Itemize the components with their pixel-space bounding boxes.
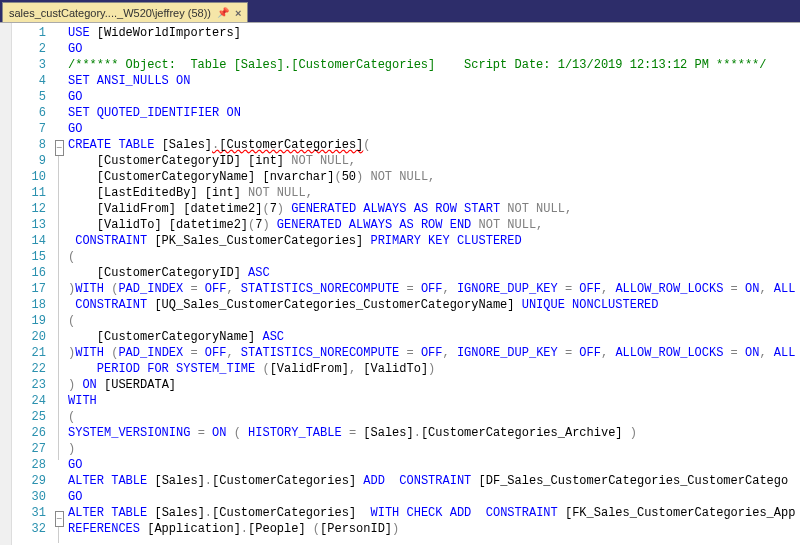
fold-marker bbox=[52, 73, 66, 89]
line-number: 15 bbox=[12, 249, 52, 265]
close-icon[interactable]: × bbox=[235, 7, 241, 19]
fold-marker bbox=[52, 121, 66, 137]
code-line[interactable]: REFERENCES [Application].[People] ([Pers… bbox=[66, 521, 800, 537]
line-number: 23 bbox=[12, 377, 52, 393]
code-line[interactable]: [CustomerCategoryName] [nvarchar](50) NO… bbox=[66, 169, 800, 185]
fold-marker bbox=[52, 380, 66, 396]
line-number: 9 bbox=[12, 153, 52, 169]
line-number: 13 bbox=[12, 217, 52, 233]
fold-marker bbox=[52, 105, 66, 121]
fold-marker bbox=[52, 476, 66, 492]
fold-marker bbox=[52, 412, 66, 428]
line-number: 29 bbox=[12, 473, 52, 489]
fold-toggle-icon[interactable]: − bbox=[55, 140, 64, 156]
line-number: 21 bbox=[12, 345, 52, 361]
code-line[interactable]: ) bbox=[66, 441, 800, 457]
line-number: 6 bbox=[12, 105, 52, 121]
indicator-margin bbox=[0, 23, 12, 545]
line-number: 1 bbox=[12, 25, 52, 41]
fold-marker[interactable]: − bbox=[52, 140, 66, 156]
line-number: 4 bbox=[12, 73, 52, 89]
code-line[interactable]: GO bbox=[66, 89, 800, 105]
code-line[interactable]: ) ON [USERDATA] bbox=[66, 377, 800, 393]
fold-marker bbox=[52, 300, 66, 316]
fold-marker bbox=[52, 236, 66, 252]
fold-marker bbox=[52, 348, 66, 364]
line-number: 2 bbox=[12, 41, 52, 57]
code-line[interactable]: USE [WideWorldImporters] bbox=[66, 25, 800, 41]
fold-marker bbox=[52, 527, 66, 543]
code-line[interactable]: )WITH (PAD_INDEX = OFF, STATISTICS_NOREC… bbox=[66, 345, 800, 361]
code-line[interactable]: GO bbox=[66, 457, 800, 473]
fold-marker bbox=[52, 268, 66, 284]
fold-marker bbox=[52, 220, 66, 236]
code-line[interactable]: SET QUOTED_IDENTIFIER ON bbox=[66, 105, 800, 121]
fold-marker bbox=[52, 284, 66, 300]
line-number: 5 bbox=[12, 89, 52, 105]
code-line[interactable]: CREATE TABLE [Sales].[CustomerCategories… bbox=[66, 137, 800, 153]
line-number: 20 bbox=[12, 329, 52, 345]
code-line[interactable]: ALTER TABLE [Sales].[CustomerCategories]… bbox=[66, 473, 800, 489]
line-number-gutter: 1234567891011121314151617181920212223242… bbox=[12, 23, 52, 545]
code-line[interactable]: [ValidTo] [datetime2](7) GENERATED ALWAY… bbox=[66, 217, 800, 233]
code-line[interactable]: ( bbox=[66, 409, 800, 425]
line-number: 8 bbox=[12, 137, 52, 153]
code-line[interactable]: ( bbox=[66, 313, 800, 329]
line-number: 24 bbox=[12, 393, 52, 409]
line-number: 22 bbox=[12, 361, 52, 377]
fold-marker bbox=[52, 89, 66, 105]
fold-marker bbox=[52, 460, 66, 476]
fold-gutter: −− bbox=[52, 23, 66, 545]
line-number: 16 bbox=[12, 265, 52, 281]
line-number: 14 bbox=[12, 233, 52, 249]
fold-marker bbox=[52, 204, 66, 220]
code-line[interactable]: )WITH (PAD_INDEX = OFF, STATISTICS_NOREC… bbox=[66, 281, 800, 297]
fold-marker bbox=[52, 492, 66, 508]
fold-marker bbox=[52, 396, 66, 412]
editor-tab[interactable]: sales_custCategory...._W520\jeffrey (58)… bbox=[2, 2, 248, 22]
code-line[interactable]: /****** Object: Table [Sales].[CustomerC… bbox=[66, 57, 800, 73]
code-line[interactable]: [ValidFrom] [datetime2](7) GENERATED ALW… bbox=[66, 201, 800, 217]
fold-marker bbox=[52, 364, 66, 380]
code-line[interactable]: CONSTRAINT [UQ_Sales_CustomerCategories_… bbox=[66, 297, 800, 313]
code-line[interactable]: ( bbox=[66, 249, 800, 265]
editor: 1234567891011121314151617181920212223242… bbox=[0, 22, 800, 545]
code-line[interactable]: WITH bbox=[66, 393, 800, 409]
fold-marker bbox=[52, 444, 66, 460]
code-line[interactable]: GO bbox=[66, 489, 800, 505]
line-number: 10 bbox=[12, 169, 52, 185]
code-line[interactable]: [LastEditedBy] [int] NOT NULL, bbox=[66, 185, 800, 201]
code-area[interactable]: USE [WideWorldImporters]GO/****** Object… bbox=[66, 23, 800, 545]
pin-icon[interactable]: 📌 bbox=[217, 7, 229, 18]
code-line[interactable]: [CustomerCategoryID] ASC bbox=[66, 265, 800, 281]
tab-bar: sales_custCategory...._W520\jeffrey (58)… bbox=[0, 0, 800, 22]
fold-marker bbox=[52, 41, 66, 57]
line-number: 12 bbox=[12, 201, 52, 217]
code-line[interactable]: CONSTRAINT [PK_Sales_CustomerCategories]… bbox=[66, 233, 800, 249]
code-line[interactable]: SET ANSI_NULLS ON bbox=[66, 73, 800, 89]
fold-marker[interactable]: − bbox=[52, 511, 66, 527]
line-number: 26 bbox=[12, 425, 52, 441]
line-number: 19 bbox=[12, 313, 52, 329]
code-line[interactable]: SYSTEM_VERSIONING = ON ( HISTORY_TABLE =… bbox=[66, 425, 800, 441]
line-number: 3 bbox=[12, 57, 52, 73]
code-line[interactable]: [CustomerCategoryName] ASC bbox=[66, 329, 800, 345]
code-line[interactable]: ALTER TABLE [Sales].[CustomerCategories]… bbox=[66, 505, 800, 521]
fold-marker bbox=[52, 332, 66, 348]
code-line[interactable]: PERIOD FOR SYSTEM_TIME ([ValidFrom], [Va… bbox=[66, 361, 800, 377]
code-line[interactable]: GO bbox=[66, 121, 800, 137]
fold-marker bbox=[52, 252, 66, 268]
line-number: 32 bbox=[12, 521, 52, 537]
fold-toggle-icon[interactable]: − bbox=[55, 511, 64, 527]
fold-marker bbox=[52, 188, 66, 204]
code-line[interactable]: [CustomerCategoryID] [int] NOT NULL, bbox=[66, 153, 800, 169]
line-number: 31 bbox=[12, 505, 52, 521]
code-line[interactable]: GO bbox=[66, 41, 800, 57]
line-number: 28 bbox=[12, 457, 52, 473]
fold-marker bbox=[52, 25, 66, 41]
line-number: 11 bbox=[12, 185, 52, 201]
line-number: 7 bbox=[12, 121, 52, 137]
fold-marker bbox=[52, 57, 66, 73]
tab-label: sales_custCategory...._W520\jeffrey (58)… bbox=[9, 7, 211, 19]
line-number: 18 bbox=[12, 297, 52, 313]
